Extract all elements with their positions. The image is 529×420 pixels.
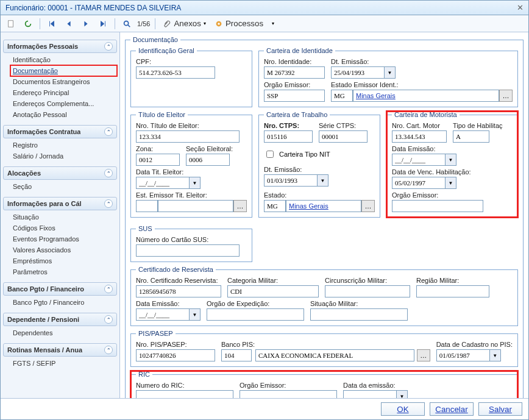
sidebar-group-header[interactable]: Alocações⌃ bbox=[3, 166, 117, 180]
sidebar-item[interactable]: Seção bbox=[10, 181, 117, 192]
cnh-nro-input[interactable] bbox=[392, 130, 447, 143]
cpf-input[interactable] bbox=[136, 66, 215, 79]
sus-num-input[interactable] bbox=[136, 244, 240, 257]
search-icon[interactable] bbox=[120, 18, 133, 29]
ok-button[interactable]: OK bbox=[381, 402, 425, 416]
sidebar-group-header[interactable]: Informações Contratua⌃ bbox=[3, 125, 117, 138]
titulo-est-link[interactable] bbox=[158, 200, 233, 212]
sidebar-item[interactable]: Salário / Jornada bbox=[10, 151, 117, 162]
pis-banco-cod-input[interactable] bbox=[221, 349, 252, 361]
titulo-est-cod-input[interactable] bbox=[136, 200, 158, 212]
sidebar-group-label: Dependente / Pensioni bbox=[7, 316, 79, 323]
chevron-up-icon[interactable]: ⌃ bbox=[104, 346, 113, 354]
sidebar-item[interactable]: Endereço Principal bbox=[10, 87, 117, 98]
cnh-venc-input[interactable] bbox=[392, 177, 446, 189]
chevron-up-icon[interactable]: ⌃ bbox=[104, 315, 113, 324]
sidebar-item[interactable]: FGTS / SEFIP bbox=[10, 358, 117, 369]
sidebar-item[interactable]: Empréstimos bbox=[10, 255, 117, 266]
dropdown-icon[interactable]: ▼ bbox=[446, 154, 456, 166]
carteira-motorista-fieldset: Carteira de Motorista Nro. Cart. Motor T… bbox=[386, 111, 518, 218]
sidebar-item[interactable]: Situação bbox=[10, 212, 117, 222]
chevron-up-icon[interactable]: ⌃ bbox=[104, 169, 113, 177]
cnh-tipo-input[interactable] bbox=[453, 130, 489, 143]
dropdown-icon[interactable]: ▼ bbox=[397, 390, 408, 398]
sidebar-group-header[interactable]: Informações Pessoais⌃ bbox=[3, 40, 117, 53]
dropdown-icon[interactable]: ▼ bbox=[190, 177, 201, 189]
new-icon[interactable] bbox=[4, 18, 18, 29]
sidebar-group-header[interactable]: Rotinas Mensais / Anua⌃ bbox=[3, 343, 117, 357]
identidade-estado-cod-input[interactable] bbox=[331, 90, 353, 102]
sidebar-item[interactable]: Parâmetros bbox=[10, 266, 117, 277]
save-button[interactable]: Salvar bbox=[478, 402, 522, 416]
reservista-cat-input[interactable] bbox=[227, 285, 319, 297]
sidebar-item[interactable]: Códigos Fixos bbox=[10, 222, 117, 233]
ctps-estado-cod-input[interactable] bbox=[264, 200, 286, 212]
dropdown-icon[interactable]: ▼ bbox=[190, 308, 201, 321]
reservista-circ-input[interactable] bbox=[325, 285, 410, 297]
refresh-icon[interactable] bbox=[21, 18, 35, 29]
first-icon[interactable] bbox=[45, 18, 59, 29]
ellipsis-icon[interactable]: … bbox=[417, 349, 430, 361]
sidebar-item[interactable]: Registro bbox=[10, 140, 117, 151]
identidade-dtem-input[interactable] bbox=[331, 66, 385, 79]
reservista-orgao-input[interactable] bbox=[207, 308, 304, 321]
identidade-orgao-input[interactable] bbox=[264, 90, 325, 102]
titulo-zona-input[interactable] bbox=[136, 154, 180, 166]
chevron-up-icon[interactable]: ⌃ bbox=[104, 199, 113, 208]
prev-icon[interactable] bbox=[62, 18, 76, 29]
identidade-estado-link[interactable]: Minas Gerais bbox=[353, 90, 499, 102]
ellipsis-icon[interactable]: … bbox=[233, 200, 247, 212]
ellipsis-icon[interactable]: … bbox=[361, 200, 375, 212]
ctps-dtem-input[interactable] bbox=[264, 174, 318, 187]
ctps-serie-input[interactable] bbox=[319, 130, 367, 143]
cnh-dataem-input[interactable] bbox=[392, 154, 446, 166]
titulo-nro-input[interactable] bbox=[136, 130, 240, 143]
reservista-data-input[interactable] bbox=[136, 308, 190, 321]
sidebar-item[interactable]: Documentos Estrangeiros bbox=[10, 76, 117, 87]
sidebar-item[interactable]: Banco Pgto / Financeiro bbox=[10, 297, 117, 308]
sidebar-item[interactable]: Anotação Pessoal bbox=[10, 109, 117, 120]
chevron-up-icon[interactable]: ⌃ bbox=[104, 42, 113, 51]
dropdown-icon[interactable]: ▼ bbox=[318, 174, 328, 187]
sidebar-group-header[interactable]: Informações para o Cál⌃ bbox=[3, 197, 117, 210]
sidebar-group-header[interactable]: Dependente / Pensioni⌃ bbox=[3, 313, 117, 326]
sidebar-item[interactable]: Endereços Complementa... bbox=[10, 98, 117, 109]
sidebar-item[interactable]: Dependentes bbox=[10, 327, 117, 338]
dropdown-icon[interactable]: ▼ bbox=[385, 66, 396, 79]
anexos-button[interactable]: Anexos ▾ bbox=[160, 18, 208, 29]
titulo-data-input[interactable] bbox=[136, 177, 190, 189]
dropdown-icon[interactable]: ▼ bbox=[490, 349, 501, 361]
dropdown-icon[interactable]: ▼ bbox=[446, 177, 456, 189]
chevron-up-icon[interactable]: ⌃ bbox=[104, 127, 113, 136]
reservista-sit-input[interactable] bbox=[310, 308, 408, 321]
sidebar-item[interactable]: Documentação bbox=[10, 65, 117, 76]
cnh-orgao-input[interactable] bbox=[392, 200, 483, 212]
sidebar-item[interactable]: Eventos Programados bbox=[10, 233, 117, 244]
sidebar-group-label: Informações para o Cál bbox=[7, 200, 82, 207]
sidebar-item[interactable]: Valores Associados bbox=[10, 244, 117, 255]
nit-checkbox[interactable] bbox=[266, 151, 274, 158]
ctps-estado-link[interactable]: Minas Gerais bbox=[286, 200, 361, 212]
pis-nro-input[interactable] bbox=[136, 349, 215, 361]
titulo-secao-input[interactable] bbox=[186, 154, 230, 166]
ctps-nro-input[interactable] bbox=[264, 130, 313, 143]
identidade-nro-input[interactable] bbox=[264, 66, 325, 79]
last-icon[interactable] bbox=[96, 18, 110, 29]
sidebar-group-header[interactable]: Banco Pgto / Financeiro⌃ bbox=[3, 282, 117, 296]
chevron-up-icon[interactable]: ⌃ bbox=[104, 285, 113, 293]
pis-banco-nome-input[interactable] bbox=[255, 349, 414, 361]
close-icon[interactable]: ✕ bbox=[517, 3, 524, 12]
reservista-reg-input[interactable] bbox=[416, 285, 489, 297]
pis-data-input[interactable] bbox=[436, 349, 490, 361]
ric-orgao-input[interactable] bbox=[240, 390, 337, 398]
cancel-button[interactable]: Cancelar bbox=[430, 402, 474, 416]
ellipsis-icon[interactable]: … bbox=[499, 90, 513, 102]
reservista-nro-input[interactable] bbox=[136, 285, 221, 297]
processos-button[interactable]: Processos ▾ bbox=[212, 18, 277, 29]
ric-num-input[interactable] bbox=[136, 390, 233, 398]
window-title: Funcionário: 00001 - ITAMAR MENDES DA SI… bbox=[5, 4, 181, 12]
sidebar-group-label: Informações Pessoais bbox=[7, 43, 78, 50]
ric-data-input[interactable] bbox=[343, 390, 397, 398]
next-icon[interactable] bbox=[79, 18, 93, 29]
sidebar-item[interactable]: Identificação bbox=[10, 54, 117, 65]
